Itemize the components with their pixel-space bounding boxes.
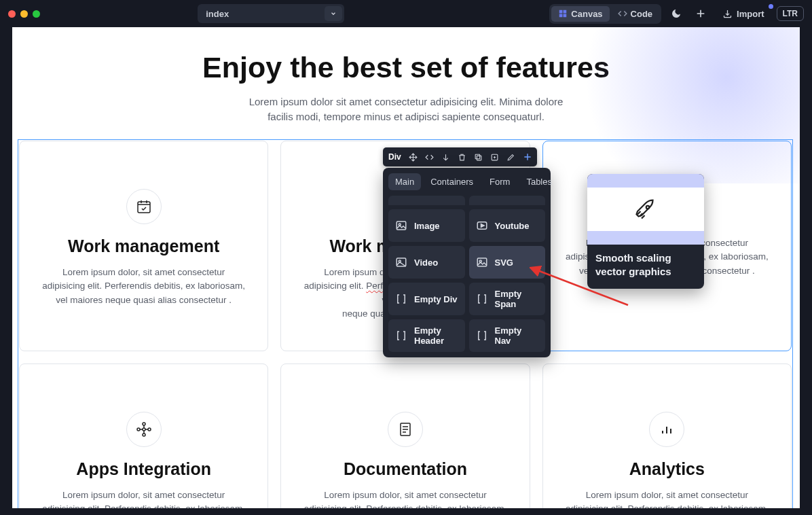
insert-items: Image Youtube Video SVG Empty Div Empty … bbox=[388, 209, 545, 352]
card-title: Documentation bbox=[301, 459, 509, 479]
document-icon bbox=[388, 412, 423, 447]
element-toolbar: Div bbox=[383, 147, 537, 166]
item-label: Empty Span bbox=[495, 289, 539, 309]
feature-card-documentation[interactable]: Documentation Lorem ipsum dolor, sit ame… bbox=[280, 363, 530, 508]
traffic-lights bbox=[8, 10, 40, 18]
plus-icon bbox=[695, 8, 706, 19]
element-tag: Div bbox=[386, 152, 404, 162]
video-icon bbox=[395, 256, 407, 268]
bars-icon bbox=[649, 412, 684, 447]
svg-point-19 bbox=[646, 206, 650, 209]
insert-empty-div[interactable]: Empty Div bbox=[388, 283, 465, 315]
import-label: Import bbox=[737, 9, 764, 19]
brackets-icon bbox=[395, 293, 407, 305]
insert-tabs: Main Containers Form Tables bbox=[388, 173, 545, 190]
item-label: Empty Header bbox=[414, 325, 458, 346]
feature-card-work-management[interactable]: Work management Lorem ipsum dolor, sit a… bbox=[19, 141, 268, 351]
theme-toggle-button[interactable] bbox=[667, 4, 686, 23]
svg-icon bbox=[476, 256, 488, 268]
svg-point-4 bbox=[143, 423, 145, 425]
card-body: Lorem ipsum dolor, sit amet consectetur … bbox=[40, 266, 247, 307]
card-body: Lorem ipsum dolor, sit amet consectetur … bbox=[301, 489, 509, 508]
image-icon bbox=[395, 219, 407, 232]
svg-rect-17 bbox=[477, 258, 487, 266]
tab-tables[interactable]: Tables bbox=[519, 173, 559, 190]
page-subtitle: Lorem ipsum dolor sit amet consectetur a… bbox=[12, 94, 800, 124]
insert-youtube[interactable]: Youtube bbox=[469, 209, 546, 242]
chevron-down-icon[interactable] bbox=[325, 6, 342, 21]
trash-icon[interactable] bbox=[456, 150, 469, 164]
svg-rect-10 bbox=[475, 154, 480, 159]
calendar-check-icon bbox=[126, 189, 162, 224]
import-icon bbox=[722, 9, 733, 19]
brackets-icon bbox=[476, 330, 488, 342]
code-icon bbox=[618, 9, 627, 18]
card-body: Lorem ipsum dolor, sit amet consectetur … bbox=[564, 489, 771, 508]
notification-dot-icon bbox=[769, 4, 773, 9]
feature-card-apps-integration[interactable]: Apps Integration Lorem ipsum dolor, sit … bbox=[19, 363, 268, 508]
code-label: Code bbox=[631, 9, 653, 19]
duplicate-icon[interactable] bbox=[488, 150, 502, 164]
insert-empty-span[interactable]: Empty Span bbox=[469, 283, 546, 315]
item-label: Image bbox=[414, 221, 440, 231]
file-selector[interactable]: index bbox=[198, 4, 344, 23]
feature-card-analytics[interactable]: Analytics Lorem ipsum dolor, sit amet co… bbox=[542, 363, 792, 508]
moon-icon bbox=[671, 8, 682, 19]
svg-point-6 bbox=[137, 428, 140, 431]
svg-rect-9 bbox=[477, 156, 482, 160]
nodes-icon bbox=[126, 412, 162, 447]
right-tools: Canvas Code Import bbox=[549, 4, 804, 24]
direction-label: LTR bbox=[783, 9, 798, 18]
edit-icon[interactable] bbox=[504, 150, 518, 164]
brackets-icon bbox=[395, 330, 407, 342]
tooltip-preview: Smooth scaling vector graphics bbox=[587, 174, 704, 289]
tab-main[interactable]: Main bbox=[388, 173, 421, 190]
card-title: Analytics bbox=[564, 459, 771, 479]
tooltip-preview-image bbox=[587, 174, 704, 245]
tooltip-text: Smooth scaling vector graphics bbox=[587, 245, 704, 289]
canvas-icon bbox=[558, 9, 568, 18]
item-label: Video bbox=[414, 258, 438, 268]
rocket-icon bbox=[633, 197, 658, 221]
file-selector-label: index bbox=[198, 9, 325, 19]
item-label: Empty Div bbox=[414, 294, 458, 304]
hero: Enjoy the best set of features Lorem ips… bbox=[12, 27, 800, 124]
code-button[interactable]: Code bbox=[611, 6, 660, 22]
insert-svg[interactable]: SVG bbox=[469, 246, 546, 279]
svg-point-5 bbox=[143, 433, 145, 436]
insert-image[interactable]: Image bbox=[388, 209, 465, 242]
svg-rect-12 bbox=[396, 221, 406, 230]
youtube-icon bbox=[476, 219, 488, 232]
maximize-window-icon[interactable] bbox=[33, 10, 40, 18]
item-label: Empty Nav bbox=[495, 325, 539, 346]
import-button[interactable]: Import bbox=[716, 6, 771, 22]
plus-icon[interactable] bbox=[521, 150, 534, 164]
canvas-button[interactable]: Canvas bbox=[551, 6, 609, 22]
view-mode-segment: Canvas Code bbox=[549, 4, 661, 24]
page-title: Enjoy the best set of features bbox=[12, 51, 800, 84]
copy-icon[interactable] bbox=[472, 150, 485, 164]
code-icon[interactable] bbox=[423, 150, 437, 164]
close-window-icon[interactable] bbox=[8, 10, 16, 18]
topbar: index Canvas Code bbox=[0, 0, 812, 27]
item-label: SVG bbox=[495, 258, 513, 268]
add-button[interactable] bbox=[691, 4, 710, 23]
insert-empty-header[interactable]: Empty Header bbox=[388, 319, 465, 352]
insert-video[interactable]: Video bbox=[388, 246, 465, 279]
canvas-label: Canvas bbox=[571, 9, 602, 19]
svg-point-7 bbox=[148, 428, 151, 431]
svg-rect-0 bbox=[138, 202, 150, 213]
item-label: Youtube bbox=[495, 221, 530, 231]
svg-point-3 bbox=[143, 428, 145, 431]
move-icon[interactable] bbox=[407, 150, 420, 164]
card-title: Work management bbox=[40, 236, 247, 256]
minimize-window-icon[interactable] bbox=[20, 10, 28, 18]
brackets-icon bbox=[476, 293, 488, 305]
card-body: Lorem ipsum dolor, sit amet consectetur … bbox=[40, 489, 247, 508]
arrow-down-icon[interactable] bbox=[439, 150, 453, 164]
direction-button[interactable]: LTR bbox=[777, 6, 804, 21]
tab-containers[interactable]: Containers bbox=[424, 173, 480, 190]
tab-form[interactable]: Form bbox=[483, 173, 517, 190]
insert-strip bbox=[388, 196, 545, 205]
insert-empty-nav[interactable]: Empty Nav bbox=[469, 319, 546, 352]
